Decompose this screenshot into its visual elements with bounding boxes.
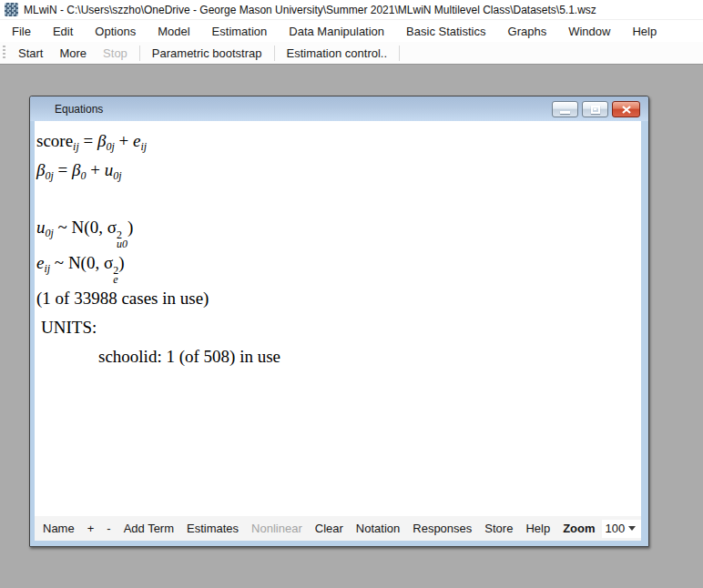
mlwin-app-icon xyxy=(5,3,18,16)
add-term-button[interactable]: Add Term xyxy=(117,519,180,538)
menu-item-file[interactable]: File xyxy=(1,22,42,41)
menu-item-model[interactable]: Model xyxy=(147,22,200,41)
zoom-value: 100 xyxy=(606,522,626,535)
menu-item-data-manipulation[interactable]: Data Manipulation xyxy=(278,22,395,41)
level1-distribution-line[interactable]: eij ~ N(0, σ2e) xyxy=(36,248,641,284)
toolbar-separator xyxy=(274,46,275,61)
app-titlebar[interactable]: MLwiN - C:\Users\szzho\OneDrive - George… xyxy=(0,0,703,20)
equation-response-line[interactable]: scoreij = β0j + eij xyxy=(36,127,641,156)
restore-button[interactable] xyxy=(582,101,608,117)
clear-button[interactable]: Clear xyxy=(309,519,350,538)
toolbar-separator xyxy=(399,46,400,61)
estimates-button[interactable]: Estimates xyxy=(180,519,245,538)
cases-in-use-line: (1 of 33988 cases in use) xyxy=(36,284,641,313)
stop-button: Stop xyxy=(95,44,136,63)
notation-button[interactable]: Notation xyxy=(350,519,406,538)
name-button[interactable]: Name xyxy=(36,519,81,538)
equations-content: scoreij = β0j + eij β0j = β0 + u0j u0j ~… xyxy=(35,121,641,541)
toolbar: Start More Stop Parametric bootstrap Est… xyxy=(0,42,703,65)
units-schoolid-line: schoolid: 1 (of 508) in use xyxy=(36,342,641,371)
close-icon xyxy=(622,106,631,114)
minimize-icon xyxy=(560,111,570,114)
store-button[interactable]: Store xyxy=(478,519,519,538)
app-header: MLwiN - C:\Users\szzho\OneDrive - George… xyxy=(0,0,703,65)
equations-window: Equations scoreij = β0j + eij β0j = β0 +… xyxy=(29,96,649,547)
menu-item-basic-statistics[interactable]: Basic Statistics xyxy=(395,22,496,41)
start-button[interactable]: Start xyxy=(10,44,51,63)
chevron-down-icon xyxy=(628,526,636,531)
u0j-term[interactable]: u xyxy=(105,160,114,179)
plus-button[interactable]: + xyxy=(81,519,101,538)
parametric-bootstrap-button[interactable]: Parametric bootstrap xyxy=(144,44,270,63)
minus-button[interactable]: - xyxy=(100,519,117,538)
toolbar-grip-handle[interactable] xyxy=(3,46,5,60)
app-title: MLwiN - C:\Users\szzho\OneDrive - George… xyxy=(24,4,596,16)
estimation-control-button[interactable]: Estimation control.. xyxy=(279,44,396,63)
menubar: File Edit Options Model Estimation Data … xyxy=(0,20,703,42)
units-label: UNITS: xyxy=(36,313,641,342)
more-button[interactable]: More xyxy=(51,44,95,63)
equations-window-title: Equations xyxy=(30,103,103,116)
help-button[interactable]: Help xyxy=(519,519,556,538)
menu-item-edit[interactable]: Edit xyxy=(42,22,84,41)
menu-item-estimation[interactable]: Estimation xyxy=(201,22,279,41)
equation-intercept-line[interactable]: β0j = β0 + u0j xyxy=(36,156,641,185)
equations-bottom-toolbar: Name + - Add Term Estimates Nonlinear Cl… xyxy=(35,516,641,541)
zoom-combobox[interactable]: 100 xyxy=(602,520,641,538)
close-button[interactable] xyxy=(612,101,640,117)
sigma2-u0-term[interactable]: 2u0 xyxy=(117,230,127,248)
minimize-button[interactable] xyxy=(552,101,578,117)
zoom-label: Zoom xyxy=(556,519,597,538)
menu-item-graphs[interactable]: Graphs xyxy=(497,22,558,41)
responses-button[interactable]: Responses xyxy=(406,519,478,538)
toolbar-separator xyxy=(139,46,140,61)
menu-item-options[interactable]: Options xyxy=(84,22,147,41)
restore-icon xyxy=(591,106,600,114)
nonlinear-button: Nonlinear xyxy=(245,519,309,538)
beta0-term[interactable]: β xyxy=(72,160,80,179)
level2-distribution-line[interactable]: u0j ~ N(0, σ2u0) xyxy=(36,213,641,248)
menu-item-help[interactable]: Help xyxy=(621,22,667,41)
menu-item-window[interactable]: Window xyxy=(557,22,621,41)
window-controls xyxy=(552,101,640,117)
